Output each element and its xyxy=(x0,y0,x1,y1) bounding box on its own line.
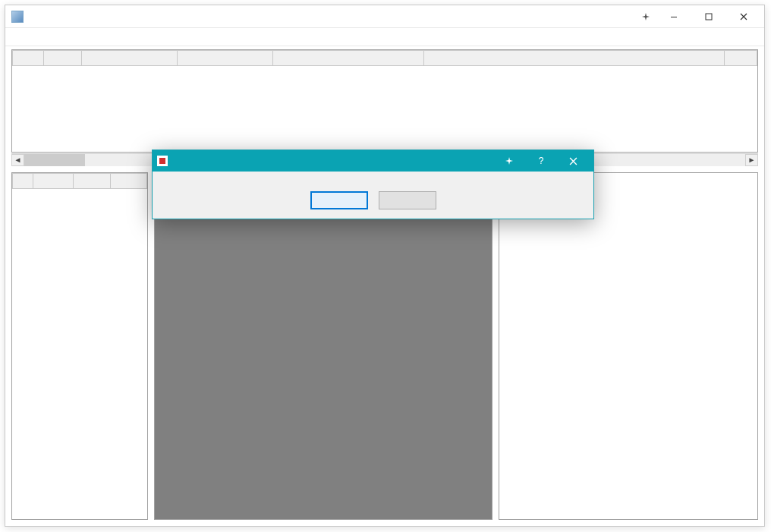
svg-rect-0 xyxy=(671,17,677,17)
records-rowheader-col xyxy=(13,51,44,66)
scroll-thumb[interactable] xyxy=(24,154,85,166)
menu-edit[interactable] xyxy=(27,36,42,39)
tags-col-tag[interactable] xyxy=(33,174,74,189)
ok-button[interactable] xyxy=(310,191,368,209)
main-window: ◄ ► xyxy=(5,5,765,527)
lower-area xyxy=(11,172,758,520)
dialog-titlebar[interactable]: ? xyxy=(153,150,593,172)
records-grid[interactable] xyxy=(11,49,758,153)
menu-help[interactable] xyxy=(77,36,92,39)
scroll-right-icon[interactable]: ► xyxy=(745,154,758,166)
tags-col-ind1[interactable] xyxy=(74,174,110,189)
dialog-icon xyxy=(157,156,168,166)
menu-file[interactable] xyxy=(10,36,25,39)
menu-options[interactable] xyxy=(43,36,58,39)
custom-fields-dialog: ? xyxy=(152,150,594,219)
records-col-title[interactable] xyxy=(424,51,725,66)
records-col-copies[interactable] xyxy=(725,51,757,66)
tags-grid[interactable] xyxy=(11,172,148,520)
titlebar xyxy=(5,5,764,28)
scroll-left-icon[interactable]: ◄ xyxy=(11,154,24,166)
records-col-added[interactable] xyxy=(82,51,178,66)
maximize-button[interactable] xyxy=(691,6,726,27)
subfields-panel[interactable] xyxy=(154,172,492,520)
marc-preview xyxy=(499,172,758,520)
tags-rowheader-col xyxy=(13,174,33,189)
dialog-close-button[interactable] xyxy=(557,152,589,170)
records-col-author[interactable] xyxy=(273,51,424,66)
dialog-help-button[interactable]: ? xyxy=(525,152,557,170)
minimize-button[interactable] xyxy=(656,6,691,27)
dialog-pin-icon[interactable] xyxy=(493,152,525,170)
tags-col-ind2[interactable] xyxy=(110,174,146,189)
records-col-id[interactable] xyxy=(43,51,82,66)
pin-icon[interactable] xyxy=(635,6,656,27)
menubar xyxy=(5,28,764,46)
records-col-changed[interactable] xyxy=(178,51,273,66)
app-icon xyxy=(11,11,24,23)
menu-database[interactable] xyxy=(60,36,75,39)
cancel-button[interactable] xyxy=(379,191,436,209)
close-button[interactable] xyxy=(726,6,761,27)
svg-rect-1 xyxy=(706,14,712,20)
